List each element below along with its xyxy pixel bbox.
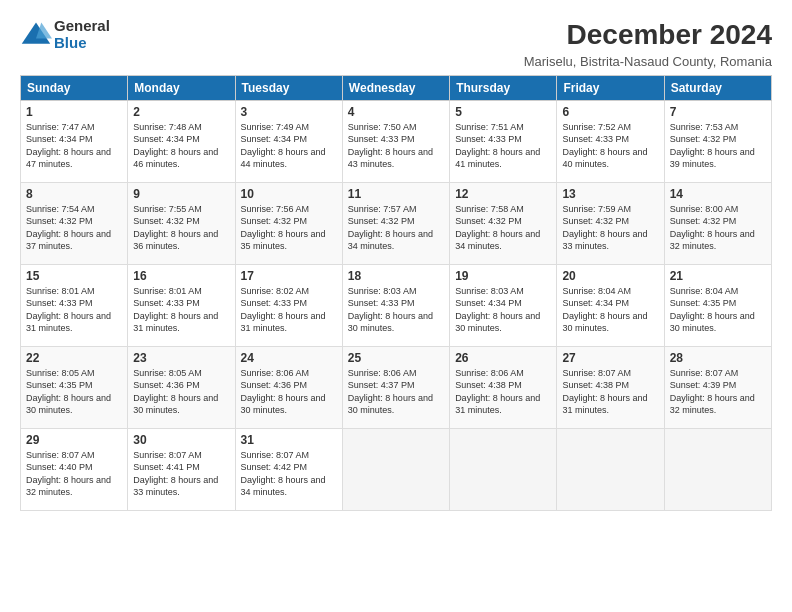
table-row: 8 Sunrise: 7:54 AM Sunset: 4:32 PM Dayli… bbox=[21, 182, 128, 264]
table-row: 1 Sunrise: 7:47 AM Sunset: 4:34 PM Dayli… bbox=[21, 100, 128, 182]
day-info: Sunrise: 7:48 AM Sunset: 4:34 PM Dayligh… bbox=[133, 121, 229, 171]
day-info: Sunrise: 7:52 AM Sunset: 4:33 PM Dayligh… bbox=[562, 121, 658, 171]
table-row: 31 Sunrise: 8:07 AM Sunset: 4:42 PM Dayl… bbox=[235, 428, 342, 510]
day-number: 6 bbox=[562, 105, 658, 119]
table-row: 21 Sunrise: 8:04 AM Sunset: 4:35 PM Dayl… bbox=[664, 264, 771, 346]
col-wednesday: Wednesday bbox=[342, 75, 449, 100]
day-info: Sunrise: 7:56 AM Sunset: 4:32 PM Dayligh… bbox=[241, 203, 337, 253]
day-number: 13 bbox=[562, 187, 658, 201]
day-number: 24 bbox=[241, 351, 337, 365]
table-row: 24 Sunrise: 8:06 AM Sunset: 4:36 PM Dayl… bbox=[235, 346, 342, 428]
day-info: Sunrise: 8:04 AM Sunset: 4:34 PM Dayligh… bbox=[562, 285, 658, 335]
day-number: 8 bbox=[26, 187, 122, 201]
day-number: 12 bbox=[455, 187, 551, 201]
col-saturday: Saturday bbox=[664, 75, 771, 100]
day-info: Sunrise: 7:59 AM Sunset: 4:32 PM Dayligh… bbox=[562, 203, 658, 253]
day-info: Sunrise: 8:07 AM Sunset: 4:40 PM Dayligh… bbox=[26, 449, 122, 499]
day-info: Sunrise: 8:03 AM Sunset: 4:33 PM Dayligh… bbox=[348, 285, 444, 335]
table-row: 16 Sunrise: 8:01 AM Sunset: 4:33 PM Dayl… bbox=[128, 264, 235, 346]
day-number: 29 bbox=[26, 433, 122, 447]
table-row: 28 Sunrise: 8:07 AM Sunset: 4:39 PM Dayl… bbox=[664, 346, 771, 428]
calendar-table: Sunday Monday Tuesday Wednesday Thursday… bbox=[20, 75, 772, 511]
col-friday: Friday bbox=[557, 75, 664, 100]
day-info: Sunrise: 8:06 AM Sunset: 4:37 PM Dayligh… bbox=[348, 367, 444, 417]
col-sunday: Sunday bbox=[21, 75, 128, 100]
table-row: 23 Sunrise: 8:05 AM Sunset: 4:36 PM Dayl… bbox=[128, 346, 235, 428]
day-number: 15 bbox=[26, 269, 122, 283]
table-row: 5 Sunrise: 7:51 AM Sunset: 4:33 PM Dayli… bbox=[450, 100, 557, 182]
table-row: 13 Sunrise: 7:59 AM Sunset: 4:32 PM Dayl… bbox=[557, 182, 664, 264]
table-row bbox=[342, 428, 449, 510]
table-row: 3 Sunrise: 7:49 AM Sunset: 4:34 PM Dayli… bbox=[235, 100, 342, 182]
day-number: 31 bbox=[241, 433, 337, 447]
calendar-week-row: 1 Sunrise: 7:47 AM Sunset: 4:34 PM Dayli… bbox=[21, 100, 772, 182]
table-row: 18 Sunrise: 8:03 AM Sunset: 4:33 PM Dayl… bbox=[342, 264, 449, 346]
day-info: Sunrise: 8:05 AM Sunset: 4:35 PM Dayligh… bbox=[26, 367, 122, 417]
logo-general-text: General bbox=[54, 18, 110, 35]
day-info: Sunrise: 7:50 AM Sunset: 4:33 PM Dayligh… bbox=[348, 121, 444, 171]
table-row bbox=[664, 428, 771, 510]
calendar-week-row: 29 Sunrise: 8:07 AM Sunset: 4:40 PM Dayl… bbox=[21, 428, 772, 510]
logo-blue-text: Blue bbox=[54, 35, 110, 52]
day-number: 26 bbox=[455, 351, 551, 365]
day-info: Sunrise: 7:53 AM Sunset: 4:32 PM Dayligh… bbox=[670, 121, 766, 171]
day-number: 14 bbox=[670, 187, 766, 201]
day-number: 10 bbox=[241, 187, 337, 201]
logo: General Blue bbox=[20, 18, 110, 51]
day-info: Sunrise: 8:02 AM Sunset: 4:33 PM Dayligh… bbox=[241, 285, 337, 335]
day-info: Sunrise: 8:03 AM Sunset: 4:34 PM Dayligh… bbox=[455, 285, 551, 335]
table-row: 20 Sunrise: 8:04 AM Sunset: 4:34 PM Dayl… bbox=[557, 264, 664, 346]
day-info: Sunrise: 7:57 AM Sunset: 4:32 PM Dayligh… bbox=[348, 203, 444, 253]
table-row: 9 Sunrise: 7:55 AM Sunset: 4:32 PM Dayli… bbox=[128, 182, 235, 264]
day-info: Sunrise: 7:49 AM Sunset: 4:34 PM Dayligh… bbox=[241, 121, 337, 171]
col-thursday: Thursday bbox=[450, 75, 557, 100]
col-monday: Monday bbox=[128, 75, 235, 100]
day-info: Sunrise: 8:06 AM Sunset: 4:36 PM Dayligh… bbox=[241, 367, 337, 417]
day-info: Sunrise: 8:05 AM Sunset: 4:36 PM Dayligh… bbox=[133, 367, 229, 417]
day-number: 16 bbox=[133, 269, 229, 283]
day-info: Sunrise: 8:01 AM Sunset: 4:33 PM Dayligh… bbox=[26, 285, 122, 335]
table-row: 19 Sunrise: 8:03 AM Sunset: 4:34 PM Dayl… bbox=[450, 264, 557, 346]
table-row bbox=[557, 428, 664, 510]
day-info: Sunrise: 8:01 AM Sunset: 4:33 PM Dayligh… bbox=[133, 285, 229, 335]
day-number: 4 bbox=[348, 105, 444, 119]
calendar-week-row: 22 Sunrise: 8:05 AM Sunset: 4:35 PM Dayl… bbox=[21, 346, 772, 428]
table-row: 25 Sunrise: 8:06 AM Sunset: 4:37 PM Dayl… bbox=[342, 346, 449, 428]
day-info: Sunrise: 7:51 AM Sunset: 4:33 PM Dayligh… bbox=[455, 121, 551, 171]
day-number: 20 bbox=[562, 269, 658, 283]
day-number: 17 bbox=[241, 269, 337, 283]
day-info: Sunrise: 8:06 AM Sunset: 4:38 PM Dayligh… bbox=[455, 367, 551, 417]
col-tuesday: Tuesday bbox=[235, 75, 342, 100]
table-row: 17 Sunrise: 8:02 AM Sunset: 4:33 PM Dayl… bbox=[235, 264, 342, 346]
day-number: 5 bbox=[455, 105, 551, 119]
table-row bbox=[450, 428, 557, 510]
table-row: 30 Sunrise: 8:07 AM Sunset: 4:41 PM Dayl… bbox=[128, 428, 235, 510]
table-row: 2 Sunrise: 7:48 AM Sunset: 4:34 PM Dayli… bbox=[128, 100, 235, 182]
day-number: 27 bbox=[562, 351, 658, 365]
calendar-header-row: Sunday Monday Tuesday Wednesday Thursday… bbox=[21, 75, 772, 100]
table-row: 22 Sunrise: 8:05 AM Sunset: 4:35 PM Dayl… bbox=[21, 346, 128, 428]
calendar-week-row: 8 Sunrise: 7:54 AM Sunset: 4:32 PM Dayli… bbox=[21, 182, 772, 264]
day-info: Sunrise: 7:47 AM Sunset: 4:34 PM Dayligh… bbox=[26, 121, 122, 171]
day-info: Sunrise: 8:00 AM Sunset: 4:32 PM Dayligh… bbox=[670, 203, 766, 253]
day-number: 28 bbox=[670, 351, 766, 365]
day-info: Sunrise: 8:07 AM Sunset: 4:41 PM Dayligh… bbox=[133, 449, 229, 499]
table-row: 15 Sunrise: 8:01 AM Sunset: 4:33 PM Dayl… bbox=[21, 264, 128, 346]
day-info: Sunrise: 7:54 AM Sunset: 4:32 PM Dayligh… bbox=[26, 203, 122, 253]
table-row: 6 Sunrise: 7:52 AM Sunset: 4:33 PM Dayli… bbox=[557, 100, 664, 182]
day-number: 18 bbox=[348, 269, 444, 283]
day-number: 1 bbox=[26, 105, 122, 119]
day-number: 2 bbox=[133, 105, 229, 119]
day-info: Sunrise: 8:07 AM Sunset: 4:42 PM Dayligh… bbox=[241, 449, 337, 499]
logo-icon bbox=[20, 20, 52, 48]
day-number: 3 bbox=[241, 105, 337, 119]
day-number: 30 bbox=[133, 433, 229, 447]
table-row: 12 Sunrise: 7:58 AM Sunset: 4:32 PM Dayl… bbox=[450, 182, 557, 264]
day-info: Sunrise: 8:07 AM Sunset: 4:38 PM Dayligh… bbox=[562, 367, 658, 417]
day-info: Sunrise: 7:58 AM Sunset: 4:32 PM Dayligh… bbox=[455, 203, 551, 253]
table-row: 29 Sunrise: 8:07 AM Sunset: 4:40 PM Dayl… bbox=[21, 428, 128, 510]
page: General Blue December 2024 Mariselu, Bis… bbox=[0, 0, 792, 612]
table-row: 10 Sunrise: 7:56 AM Sunset: 4:32 PM Dayl… bbox=[235, 182, 342, 264]
table-row: 4 Sunrise: 7:50 AM Sunset: 4:33 PM Dayli… bbox=[342, 100, 449, 182]
location-title: Mariselu, Bistrita-Nasaud County, Romani… bbox=[524, 54, 772, 69]
